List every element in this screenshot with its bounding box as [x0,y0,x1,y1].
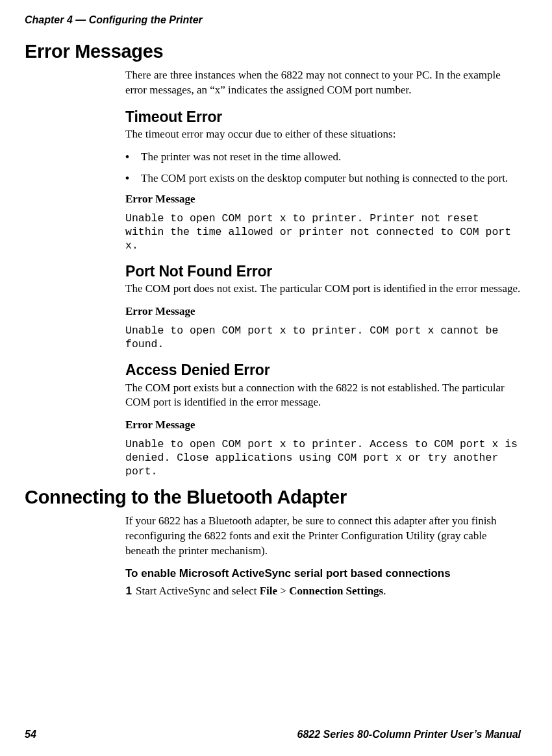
bullet-icon: • [125,171,141,186]
error-message-text: Unable to open COM port x to printer. Pr… [125,212,521,252]
page-number: 54 [25,727,36,742]
step-bold: File [260,585,277,597]
bluetooth-lead: If your 6822 has a Bluetooth adapter, be… [125,514,521,559]
step-fragment: Start ActiveSync and select [136,585,260,597]
manual-title: 6822 Series 80-Column Printer User’s Man… [297,727,521,742]
step-item: 1 Start ActiveSync and select File > Con… [118,584,521,599]
error-message-label: Error Message [125,192,521,207]
error-message-label: Error Message [125,304,521,319]
step-bold: Connection Settings [289,585,383,597]
portnotfound-lead: The COM port does not exist. The particu… [125,282,521,297]
timeout-lead: The timeout error may occur due to eithe… [125,127,521,142]
step-text: Start ActiveSync and select File > Conne… [136,584,521,599]
page-footer: 54 6822 Series 80-Column Printer User’s … [25,727,521,742]
bullet-icon: • [125,150,141,165]
heading-error-messages: Error Messages [25,39,521,64]
intro-paragraph: There are three instances when the 6822 … [125,68,521,98]
step-fragment: > [277,585,289,597]
procedure-heading: To enable Microsoft ActiveSync serial po… [125,567,521,581]
bullet-item: • The printer was not reset in the time … [125,150,521,165]
heading-bluetooth-adapter: Connecting to the Bluetooth Adapter [25,485,521,510]
heading-port-not-found: Port Not Found Error [125,262,521,282]
heading-timeout-error: Timeout Error [125,107,521,127]
section-bluetooth: If your 6822 has a Bluetooth adapter, be… [125,514,521,599]
error-message-label: Error Message [125,418,521,433]
error-message-text: Unable to open COM port x to printer. Ac… [125,438,521,478]
page-content: Chapter 4 — Configuring the Printer Erro… [0,0,552,599]
heading-access-denied: Access Denied Error [125,360,521,380]
bullet-text: The printer was not reset in the time al… [141,150,521,165]
bullet-text: The COM port exists on the desktop compu… [141,171,521,186]
step-fragment: . [383,585,386,597]
running-head: Chapter 4 — Configuring the Printer [25,13,521,27]
accessdenied-lead: The COM port exists but a connection wit… [125,381,521,411]
section-error-messages: There are three instances when the 6822 … [125,68,521,478]
step-number: 1 [118,584,136,599]
error-message-text: Unable to open COM port x to printer. CO… [125,324,521,351]
bullet-item: • The COM port exists on the desktop com… [125,171,521,186]
